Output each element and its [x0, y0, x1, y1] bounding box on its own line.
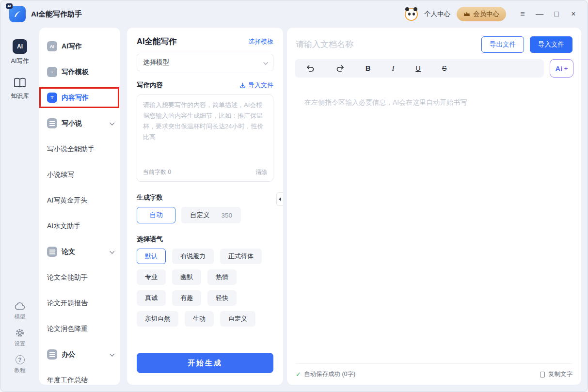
copy-text-button[interactable]: 复制文字 [540, 370, 572, 378]
autosave-text: 自动保存成功 (0字) [304, 370, 355, 378]
menu-item-label: 小说续写 [47, 171, 74, 179]
cloud-icon [14, 302, 26, 311]
tone-chip-persuasive[interactable]: 有说服力 [172, 249, 214, 264]
rail-item-ai-writing[interactable]: AI AI写作 [11, 39, 29, 65]
tone-chip-sincere[interactable]: 真诚 [137, 290, 166, 306]
main-content: AI AI写作 知识库 模型 [0, 28, 588, 392]
tone-chip-humorous[interactable]: 幽默 [172, 269, 201, 285]
tone-chip-vivid[interactable]: 生动 [185, 311, 214, 327]
menu-item-label: 办公 [62, 350, 75, 359]
import-file-label: 导入文件 [248, 81, 273, 90]
strikethrough-button[interactable]: S [442, 65, 447, 72]
tone-chip-professional[interactable]: 专业 [137, 269, 166, 285]
menu-section-novel[interactable]: 写小说 [39, 110, 120, 136]
menu-item-thesis-polish[interactable]: 论文润色降重 [39, 316, 120, 342]
tone-row: 真诚 有趣 轻快 [137, 290, 273, 306]
tone-chip-natural[interactable]: 亲切自然 [137, 311, 178, 327]
menu-section-office[interactable]: 办公 [39, 342, 120, 367]
plus-icon: + [47, 67, 57, 77]
rail-item-settings[interactable]: 设置 [15, 328, 26, 347]
tone-chip-interesting[interactable]: 有趣 [172, 290, 201, 306]
length-auto-button[interactable]: 自动 [137, 207, 175, 223]
menu-item-label: AI水文助手 [47, 222, 80, 231]
menu-section-thesis[interactable]: 论文 [39, 239, 120, 265]
member-center-button[interactable]: 会员中心 [457, 7, 506, 21]
tone-row: 专业 幽默 热情 [137, 269, 273, 285]
content-input-footer: 当前字数 0 清除 [137, 164, 273, 181]
menu-item-annual-summary[interactable]: 年度工作总结 [39, 367, 120, 385]
undo-icon[interactable] [306, 65, 315, 72]
length-custom-label: 自定义 [190, 211, 210, 220]
collapse-panel-handle[interactable] [276, 192, 283, 206]
import-file-button[interactable]: 导入文件 [530, 36, 572, 53]
panda-avatar-icon[interactable] [405, 8, 418, 21]
menu-item-content-writing[interactable]: T 内容写作 [39, 85, 120, 110]
menu-item-writing-templates[interactable]: + 写作模板 [39, 59, 120, 85]
menu-item-thesis-proposal[interactable]: 论文开题报告 [39, 290, 120, 316]
content-label: 写作内容 [137, 81, 163, 90]
rail-label: 教程 [15, 367, 26, 374]
menu-item-label: 写小说 [62, 119, 82, 128]
menu-item-label: 论文 [62, 248, 75, 256]
menu-item-label: 论文全能助手 [47, 273, 88, 282]
help-icon [16, 355, 25, 364]
close-icon[interactable]: × [568, 10, 579, 18]
tone-chip-default[interactable]: 默认 [137, 249, 166, 264]
menu-item-label: AI写作 [62, 42, 82, 51]
content-input-container: 当前字数 0 清除 [137, 94, 273, 182]
generate-button[interactable]: 开始生成 [137, 353, 273, 373]
chevron-down-icon [263, 60, 268, 64]
panel-title: AI全能写作 [137, 36, 177, 47]
chevron-down-icon [110, 352, 114, 357]
app-title: AI全能写作助手 [31, 10, 82, 19]
menu-item-golden-opening[interactable]: AI写黄金开头 [39, 188, 120, 213]
sparkle-icon [564, 66, 568, 71]
rail-item-knowledge-base[interactable]: 知识库 [11, 77, 29, 100]
editor-body[interactable]: 在左侧指令区输入必要信息，AI会在这里自动开始书写 [295, 78, 573, 363]
rail-label: 模型 [15, 313, 26, 320]
tone-row: 亲切自然 生动 自定义 [137, 311, 273, 327]
choose-template-link[interactable]: 选择模板 [248, 37, 273, 46]
editor-header: 导出文件 导入文件 [295, 34, 573, 59]
menu-item-ai-writing[interactable]: AI AI写作 [39, 33, 120, 59]
nav-rail: AI AI写作 知识库 模型 [0, 28, 39, 385]
redo-icon[interactable] [336, 65, 344, 72]
menu-item-label: AI写黄金开头 [47, 196, 87, 205]
menu-item-thesis-assistant[interactable]: 论文全能助手 [39, 265, 120, 290]
menu-item-novel-assistant[interactable]: 写小说全能助手 [39, 136, 120, 162]
rail-item-tutorial[interactable]: 教程 [15, 355, 26, 374]
document-icon [47, 247, 57, 257]
length-custom-button[interactable]: 自定义 350 [181, 207, 241, 223]
tone-chip-passionate[interactable]: 热情 [207, 269, 237, 285]
minimize-icon[interactable]: — [534, 10, 545, 18]
ai-assistant-button[interactable]: Ai [550, 59, 573, 78]
panda-eyes [408, 13, 411, 16]
content-input[interactable] [137, 95, 273, 164]
clear-button[interactable]: 清除 [255, 168, 267, 176]
length-custom-value[interactable]: 350 [222, 212, 233, 219]
rail-item-model[interactable]: 模型 [14, 302, 26, 320]
menu-item-filler-assistant[interactable]: AI水文助手 [39, 213, 120, 239]
tone-chip-lively[interactable]: 轻快 [207, 290, 237, 306]
personal-center-link[interactable]: 个人中心 [424, 10, 450, 18]
export-file-button[interactable]: 导出文件 [481, 36, 524, 53]
tone-row: 默认 有说服力 正式得体 [137, 249, 273, 264]
titlebar: AI AI全能写作助手 个人中心 会员中心 ≡ — □ × [0, 0, 588, 28]
menu-icon[interactable]: ≡ [517, 10, 528, 18]
titlebar-actions: 个人中心 会员中心 ≡ — □ × [405, 7, 579, 21]
chevron-down-icon [110, 121, 114, 125]
italic-button[interactable]: I [392, 65, 394, 72]
bold-button[interactable]: B [366, 65, 370, 72]
prompt-panel: AI全能写作 选择模板 选择模型 写作内容 导入文件 当前字数 [127, 28, 283, 385]
tone-chip-custom[interactable]: 自定义 [220, 311, 255, 327]
underline-button[interactable]: U [415, 65, 420, 72]
import-file-link[interactable]: 导入文件 [239, 81, 273, 90]
tone-chip-formal[interactable]: 正式得体 [220, 249, 262, 264]
rail-label: 设置 [15, 340, 26, 347]
text-icon: T [47, 93, 57, 103]
document-icon [47, 349, 57, 360]
menu-item-novel-continue[interactable]: 小说续写 [39, 162, 120, 188]
model-select[interactable]: 选择模型 [137, 54, 273, 71]
maximize-icon[interactable]: □ [551, 10, 562, 18]
document-title-input[interactable] [296, 40, 476, 49]
